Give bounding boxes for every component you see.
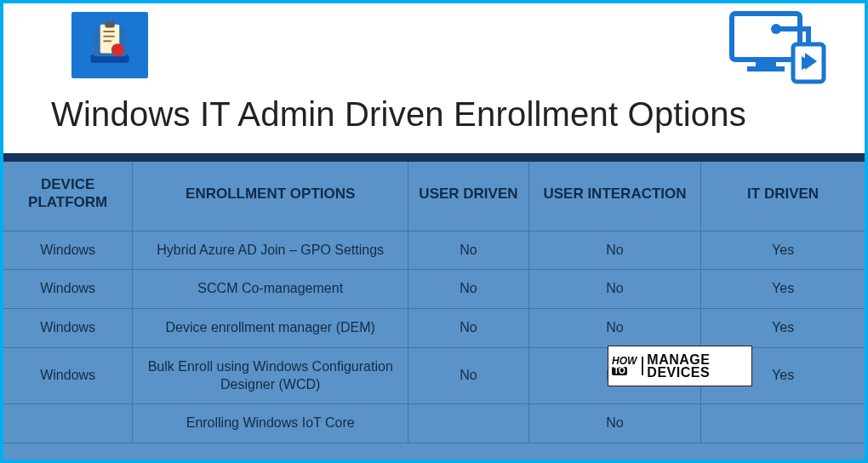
cell-platform [3,404,133,443]
cell-user-interaction: No [528,231,700,270]
cell-user-driven: No [408,231,529,270]
svg-rect-6 [104,36,115,37]
watermark-how: HOW [612,357,637,366]
svg-rect-10 [747,66,785,71]
table-row: Windows Hybrid Azure AD Join – GPO Setti… [3,231,865,270]
cell-user-interaction: No [528,270,700,309]
cell-platform: Windows [3,231,133,270]
cell-platform: Windows [3,270,133,309]
col-user-interaction: USER INTERACTION [528,162,700,231]
cell-it-driven: Yes [701,270,865,309]
cell-platform: Windows [3,347,133,404]
svg-point-4 [111,43,124,56]
col-user-driven: USER DRIVEN [408,162,529,231]
cell-platform: Windows [3,309,133,348]
col-it-driven: IT DRIVEN [701,162,865,231]
device-transfer-icon [727,9,829,82]
cell-option: SCCM Co-management [133,270,408,309]
header-divider [3,153,865,162]
page-title: Windows IT Admin Driven Enrollment Optio… [51,95,746,134]
svg-rect-3 [105,21,114,28]
table-header-row: DEVICE PLATFORM ENROLLMENT OPTIONS USER … [3,162,865,231]
watermark-how-block: HOW TO [612,357,643,375]
cell-option: Enrolling Windows IoT Core [133,404,408,443]
cell-user-interaction: No [528,309,700,348]
watermark-to: TO [612,367,627,375]
cell-option: Device enrollment manager (DEM) [133,309,408,348]
cell-option: Hybrid Azure AD Join – GPO Settings [133,231,408,270]
cell-user-driven: No [408,309,529,348]
cell-option: Bulk Enroll using Windows Configuration … [133,347,408,404]
watermark-line2: DEVICES [647,366,710,379]
col-device-platform: DEVICE PLATFORM [3,162,133,231]
cell-user-driven [408,404,529,443]
table-row: Windows Device enrollment manager (DEM) … [3,309,865,348]
watermark-line1: MANAGE [647,353,710,366]
slide-header: Windows IT Admin Driven Enrollment Optio… [3,3,865,153]
svg-rect-7 [104,40,111,42]
svg-rect-8 [732,14,800,60]
col-enrollment-options: ENROLLMENT OPTIONS [133,162,408,231]
watermark-main-block: MANAGE DEVICES [647,353,710,379]
cell-user-interaction: No [528,404,700,443]
enrollment-table: DEVICE PLATFORM ENROLLMENT OPTIONS USER … [3,162,865,443]
clipboard-laptop-icon [71,12,148,78]
cell-user-driven: No [408,347,529,404]
table-row: Enrolling Windows IoT Core No [3,404,865,443]
cell-it-driven [701,404,865,443]
enrollment-table-container: DEVICE PLATFORM ENROLLMENT OPTIONS USER … [3,162,865,463]
watermark-logo: HOW TO MANAGE DEVICES [608,346,752,386]
svg-rect-5 [104,31,115,32]
cell-it-driven: Yes [701,231,865,270]
cell-it-driven: Yes [701,309,865,348]
table-row: Windows SCCM Co-management No No Yes [3,270,865,309]
svg-rect-9 [756,61,776,66]
cell-user-driven: No [408,270,529,309]
